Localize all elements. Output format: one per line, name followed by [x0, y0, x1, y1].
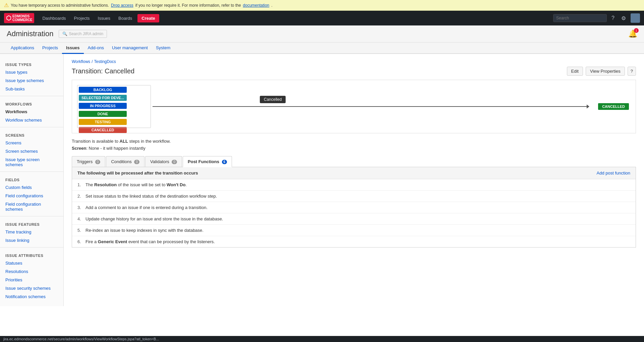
tab-issues[interactable]: Issues — [62, 43, 83, 54]
global-search-input[interactable] — [553, 14, 607, 22]
tab-triggers[interactable]: Triggers 0 — [72, 156, 105, 167]
breadcrumb: Workflows / TestingDocs — [72, 59, 636, 64]
logo-text: EDMONDS COMMERCE — [12, 14, 32, 22]
sidebar-item-resolutions[interactable]: Resolutions — [0, 267, 63, 276]
sidebar-item-screens[interactable]: Screens — [0, 139, 63, 147]
sidebar-section-fields: FIELDS — [0, 175, 63, 183]
help-button[interactable]: ? — [609, 15, 617, 21]
main-content: Workflows / TestingDocs Transition: Canc… — [64, 54, 644, 306]
sidebar-item-issue-type-screen-schemes[interactable]: Issue type screen schemes — [0, 155, 63, 169]
admin-title: Administration — [7, 29, 53, 38]
logo[interactable]: ⬡ EDMONDS COMMERCE — [4, 13, 34, 23]
nav-projects[interactable]: Projects — [71, 11, 93, 25]
admin-search-placeholder: Search JIRA admin — [69, 31, 103, 36]
nav-boards[interactable]: Boards — [116, 11, 135, 25]
sidebar-item-screen-schemes[interactable]: Screen schemes — [0, 147, 63, 155]
sidebar-item-issue-linking[interactable]: Issue linking — [0, 236, 63, 245]
documentation-link[interactable]: documentation — [243, 3, 270, 8]
sidebar-section-screens: SCREENS — [0, 130, 63, 139]
post-function-item-5: 5. Re-index an issue to keep indexes in … — [72, 225, 636, 236]
sidebar-item-issue-types[interactable]: Issue types — [0, 68, 63, 76]
add-post-function-link[interactable]: Add post function — [597, 170, 630, 176]
admin-tabs: Applications Projects Issues Add-ons Use… — [0, 43, 644, 54]
arrow-head — [587, 105, 589, 109]
breadcrumb-workflows[interactable]: Workflows — [72, 59, 90, 64]
admin-header: Administration 🔍 Search JIRA admin 🔔 1 — [0, 25, 644, 43]
warning-text-after: if you no longer require it. For more in… — [135, 3, 241, 8]
sidebar-item-custom-fields[interactable]: Custom fields — [0, 183, 63, 192]
tab-post-functions[interactable]: Post Functions 6 — [183, 156, 232, 167]
workflow-arrow — [153, 106, 589, 107]
tab-user-management[interactable]: User management — [108, 43, 152, 54]
nav-issues[interactable]: Issues — [95, 11, 113, 25]
sidebar-item-workflow-schemes[interactable]: Workflow schemes — [0, 116, 63, 124]
sidebar-section-issue-types: ISSUE TYPES — [0, 59, 63, 68]
tab-applications[interactable]: Applications — [7, 43, 38, 54]
settings-button[interactable]: ⚙ — [619, 15, 628, 21]
post-functions-header-text: The following will be processed after th… — [77, 170, 198, 176]
sidebar-item-issue-security-schemes[interactable]: Issue security schemes — [0, 284, 63, 292]
top-nav: ⬡ EDMONDS COMMERCE Dashboards Projects I… — [0, 11, 644, 25]
tab-system[interactable]: System — [152, 43, 174, 54]
sidebar-item-workflows[interactable]: Workflows — [0, 108, 63, 116]
conditions-count: 0 — [134, 160, 139, 164]
sidebar-item-field-configurations[interactable]: Field configurations — [0, 192, 63, 200]
sidebar-item-priorities[interactable]: Priorities — [0, 276, 63, 284]
tab-conditions[interactable]: Conditions 0 — [106, 156, 144, 167]
user-avatar[interactable] — [631, 13, 640, 23]
page-title-buttons: Edit View Properties ? — [567, 67, 636, 76]
create-button[interactable]: Create — [137, 14, 159, 22]
post-functions-list: 1. The Resolution of the issue will be s… — [72, 179, 636, 247]
tab-projects[interactable]: Projects — [38, 43, 62, 54]
sidebar: ISSUE TYPES Issue types Issue type schem… — [0, 54, 64, 306]
page-title: Transition: Cancelled — [72, 67, 134, 75]
post-functions-header: The following will be processed after th… — [72, 167, 636, 179]
sidebar-item-field-configuration-schemes[interactable]: Field configuration schemes — [0, 200, 63, 213]
admin-search[interactable]: 🔍 Search JIRA admin — [59, 30, 107, 38]
sidebar-item-time-tracking[interactable]: Time tracking — [0, 228, 63, 236]
warning-text: You have temporary access to administrat… — [11, 3, 109, 8]
warning-text-end: . — [271, 3, 272, 8]
sidebar-item-sub-tasks[interactable]: Sub-tasks — [0, 85, 63, 93]
drop-access-link[interactable]: Drop access — [111, 3, 133, 8]
validators-count: 0 — [172, 160, 177, 164]
post-function-item-6: 6. Fire a Generic Event event that can b… — [72, 236, 636, 247]
post-function-item-1: 1. The Resolution of the issue will be s… — [72, 179, 636, 191]
end-state-badge: CANCELLED — [598, 103, 629, 110]
breadcrumb-workflow-name[interactable]: TestingDocs — [94, 59, 116, 64]
tab-addons[interactable]: Add-ons — [84, 43, 108, 54]
tab-bar: Triggers 0 Conditions 0 Validators 0 Pos… — [72, 156, 636, 167]
view-properties-button[interactable]: View Properties — [586, 67, 625, 76]
edit-button[interactable]: Edit — [567, 67, 583, 76]
workflow-diagram: BACKLOG SELECTED FOR DEVE... IN PROGRESS… — [72, 80, 636, 133]
transition-availability: Transition is available to ALL steps in … — [72, 139, 636, 144]
tab-validators[interactable]: Validators 0 — [145, 156, 182, 167]
sidebar-item-statuses[interactable]: Statuses — [0, 259, 63, 267]
help-icon-button[interactable]: ? — [628, 67, 636, 76]
post-function-item-4: 4. Update change history for an issue an… — [72, 213, 636, 225]
sidebar-section-issue-features: ISSUE FEATURES — [0, 219, 63, 228]
post-function-item-3: 3. Add a comment to an issue if one is e… — [72, 202, 636, 213]
nav-dashboards[interactable]: Dashboards — [40, 11, 68, 25]
sidebar-item-notification-schemes[interactable]: Notification schemes — [0, 292, 63, 301]
triggers-count: 0 — [95, 160, 101, 164]
sidebar-item-issue-type-schemes[interactable]: Issue type schemes — [0, 76, 63, 85]
post-functions-panel: The following will be processed after th… — [72, 167, 636, 248]
transition-screen: Screen: None - it will happen instantly — [72, 146, 636, 151]
layout: ISSUE TYPES Issue types Issue type schem… — [0, 54, 644, 306]
sidebar-section-workflows: WORKFLOWS — [0, 99, 63, 108]
post-function-item-2: 2. Set issue status to the linked status… — [72, 191, 636, 202]
warning-bar: ⚠ You have temporary access to administr… — [0, 0, 644, 11]
warning-icon: ⚠ — [4, 2, 9, 8]
search-icon: 🔍 — [62, 31, 67, 36]
post-functions-count: 6 — [222, 160, 227, 164]
transition-label-badge: Cancelled — [260, 96, 286, 103]
logo-icon: ⬡ — [6, 14, 11, 22]
notification-badge: 1 — [634, 28, 639, 33]
breadcrumb-separator: / — [92, 59, 93, 64]
sidebar-section-issue-attributes: ISSUE ATTRIBUTES — [0, 250, 63, 259]
